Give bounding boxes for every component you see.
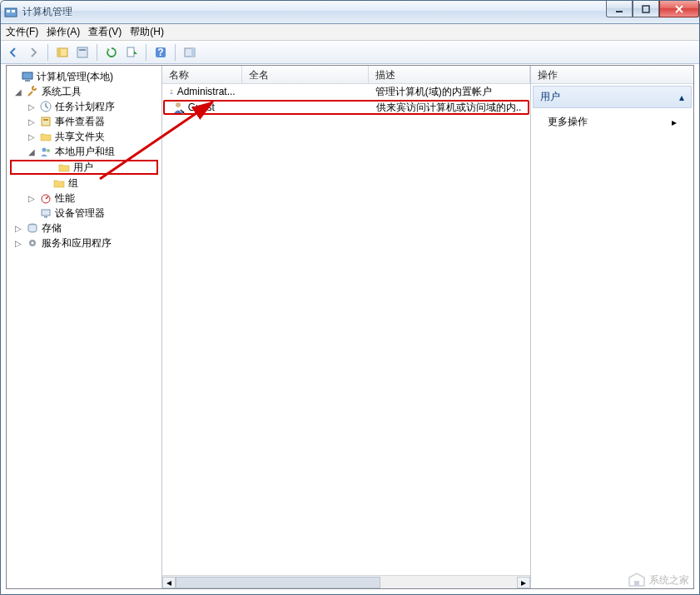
svg-rect-4 [643, 6, 649, 12]
expand-icon[interactable]: ▷ [27, 132, 37, 141]
expand-icon[interactable]: ▷ [27, 102, 37, 112]
tree-label: 服务和应用程序 [42, 236, 112, 250]
svg-rect-3 [616, 11, 623, 12]
help-button[interactable]: ? [151, 43, 170, 62]
tree-pane[interactable]: ▷ 计算机管理(本地) ◢ 系统工具 ▷ 任务计划程序 ▷ 事件 [7, 66, 162, 588]
menu-action[interactable]: 操作(A) [47, 25, 80, 39]
watermark: 系统之家 [628, 573, 689, 588]
svg-point-26 [32, 242, 34, 245]
minimize-button[interactable] [606, 1, 633, 17]
svg-point-19 [42, 148, 47, 152]
window-buttons [606, 1, 699, 17]
svg-rect-18 [43, 119, 48, 121]
export-list-button[interactable] [122, 43, 141, 62]
close-button[interactable] [659, 1, 699, 17]
tree-local-users-groups[interactable]: ◢ 本地用户和组 [7, 144, 161, 159]
horizontal-scrollbar[interactable]: ◂ ▸ [162, 575, 531, 588]
tree-label: 用户 [73, 161, 93, 175]
menu-help[interactable]: 帮助(H) [130, 25, 164, 39]
expand-icon[interactable]: ▷ [13, 239, 23, 248]
action-more-actions[interactable]: 更多操作 ▸ [531, 110, 693, 134]
event-icon [39, 115, 52, 128]
cell-name: Guest [188, 102, 215, 113]
tree-groups[interactable]: ▷ 组 [7, 176, 161, 191]
list-row-guest[interactable]: Guest 供来宾访问计算机或访问域的内.. [163, 100, 530, 115]
maximize-button[interactable] [633, 1, 659, 17]
svg-rect-6 [57, 48, 61, 57]
separator [146, 44, 146, 61]
svg-rect-13 [191, 48, 195, 57]
action-pane-header: 操作 [531, 66, 693, 84]
clock-icon [39, 100, 52, 113]
tree-label: 事件查看器 [55, 115, 105, 129]
svg-point-27 [171, 90, 172, 92]
content-area: ▷ 计算机管理(本地) ◢ 系统工具 ▷ 任务计划程序 ▷ 事件 [6, 65, 694, 589]
tree-performance[interactable]: ▷ 性能 [7, 191, 161, 206]
tree-root[interactable]: ▷ 计算机管理(本地) [7, 69, 161, 84]
folder-icon [57, 161, 71, 174]
menubar: 文件(F) 操作(A) 查看(V) 帮助(H) [1, 24, 699, 41]
list-pane: 名称 全名 描述 Administrat... 管理计算机(域)的内置帐户 G [162, 66, 532, 588]
toolbar: ? [1, 41, 699, 64]
cell-description: 管理计算机(域)的内置帐户 [375, 85, 492, 99]
tree-label: 本地用户和组 [55, 145, 115, 159]
scroll-right[interactable]: ▸ [517, 577, 530, 588]
tree-label: 设备管理器 [55, 206, 105, 221]
svg-rect-1 [7, 10, 10, 12]
column-fullname[interactable]: 全名 [242, 66, 369, 83]
scroll-left[interactable]: ◂ [162, 577, 176, 588]
show-hide-tree-button[interactable] [53, 43, 72, 62]
action-item-label: 更多操作 [548, 115, 588, 129]
performance-icon [39, 191, 52, 205]
tree-label: 性能 [55, 191, 75, 206]
svg-rect-2 [12, 10, 15, 12]
action-pane-toggle[interactable] [181, 43, 199, 62]
column-name[interactable]: 名称 [162, 66, 242, 83]
app-icon [4, 6, 17, 19]
tree-device-manager[interactable]: ▷ 设备管理器 [7, 206, 161, 221]
menu-view[interactable]: 查看(V) [88, 25, 122, 39]
tree-root-label: 计算机管理(本地) [37, 70, 113, 84]
svg-point-28 [176, 102, 181, 107]
expand-icon[interactable]: ◢ [13, 87, 23, 97]
tree-system-tools[interactable]: ◢ 系统工具 [7, 84, 161, 99]
tree-label: 存储 [42, 221, 62, 236]
list-body[interactable]: Administrat... 管理计算机(域)的内置帐户 Guest 供来宾访问… [162, 84, 531, 588]
svg-text:?: ? [157, 47, 163, 58]
expand-icon[interactable]: ◢ [27, 147, 37, 156]
tree-event-viewer[interactable]: ▷ 事件查看器 [7, 114, 161, 129]
column-description[interactable]: 描述 [369, 66, 531, 83]
user-disabled-icon [171, 101, 185, 114]
scroll-thumb[interactable] [176, 577, 380, 588]
tree-label: 系统工具 [42, 85, 82, 99]
tree-users[interactable]: ▷ 用户 [10, 160, 158, 175]
tools-icon [26, 85, 39, 98]
properties-button[interactable] [73, 43, 92, 62]
menu-file[interactable]: 文件(F) [6, 25, 38, 39]
storage-icon [26, 221, 39, 235]
expand-icon[interactable]: ▷ [13, 224, 23, 233]
svg-rect-22 [42, 210, 50, 216]
tree: ▷ 计算机管理(本地) ◢ 系统工具 ▷ 任务计划程序 ▷ 事件 [7, 69, 161, 250]
refresh-button[interactable] [102, 43, 121, 62]
tree-storage[interactable]: ▷ 存储 [7, 221, 161, 236]
tree-label: 组 [68, 176, 78, 191]
forward-button[interactable] [24, 43, 42, 62]
expand-icon[interactable]: ▷ [27, 117, 37, 126]
tree-shared-folders[interactable]: ▷ 共享文件夹 [7, 129, 161, 144]
folder-icon [52, 176, 66, 190]
svg-rect-30 [634, 581, 639, 586]
action-section-users[interactable]: 用户 ▴ [533, 86, 692, 108]
list-row-administrator[interactable]: Administrat... 管理计算机(域)的内置帐户 [162, 84, 531, 99]
tree-task-scheduler[interactable]: ▷ 任务计划程序 [7, 99, 161, 114]
svg-rect-23 [44, 216, 47, 218]
separator [47, 44, 48, 61]
tree-label: 任务计划程序 [55, 100, 115, 114]
action-pane: 操作 用户 ▴ 更多操作 ▸ [531, 66, 693, 588]
cell-name: Administrat... [177, 86, 236, 97]
tree-services-apps[interactable]: ▷ 服务和应用程序 [7, 236, 161, 250]
svg-rect-17 [42, 117, 50, 126]
expand-icon[interactable]: ▷ [27, 194, 37, 203]
back-button[interactable] [4, 43, 22, 62]
titlebar[interactable]: 计算机管理 [1, 1, 699, 24]
